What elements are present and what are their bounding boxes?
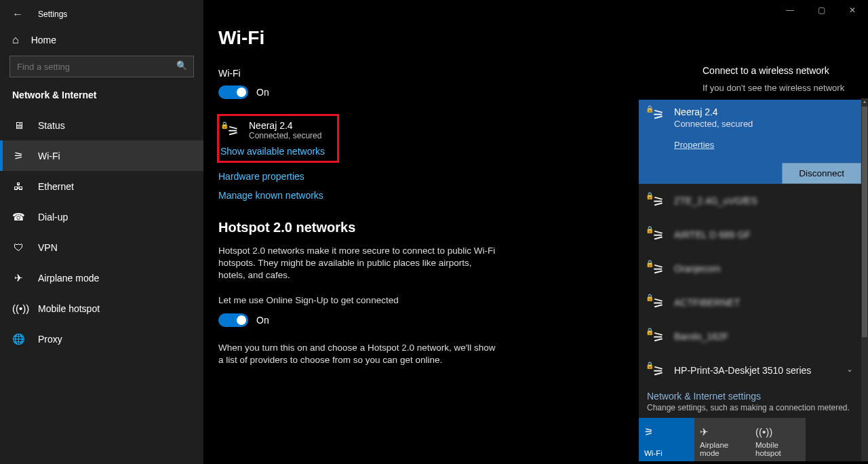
flyout-settings-title: Network & Internet settings bbox=[647, 391, 853, 402]
flyout-connected-info: Neeraj 2.4 Connected, secured Properties bbox=[674, 107, 753, 184]
tile-label: Wi-Fi bbox=[644, 449, 689, 457]
flyout-network-item[interactable]: 🔒⚞ ACTFIBERNET bbox=[639, 286, 861, 320]
sidebar-category: Network & Internet bbox=[0, 90, 203, 110]
flyout-scrollbar[interactable] bbox=[861, 98, 868, 461]
sidebar-item-label: Wi-Fi bbox=[38, 151, 60, 161]
wifi-secured-icon: 🔒⚞ bbox=[647, 261, 665, 276]
flyout-connected-name: Neeraj 2.4 bbox=[674, 107, 753, 117]
signup-toggle[interactable] bbox=[218, 313, 248, 327]
connected-network-status: Connected, secured bbox=[249, 131, 321, 140]
vpn-icon: 🛡 bbox=[12, 241, 24, 253]
flyout-network-name: AIRTEL D 689 GF bbox=[674, 229, 751, 240]
highlighted-region: 🔒⚞ Neeraj 2.4 Connected, secured Show av… bbox=[217, 114, 339, 163]
sidebar-nav: 🖥Status ⚞Wi-Fi 🖧Ethernet ☎Dial-up 🛡VPN ✈… bbox=[0, 110, 203, 464]
help-panel: Connect to a wireless network If you don… bbox=[703, 65, 852, 93]
sidebar-item-label: VPN bbox=[38, 242, 58, 253]
flyout-network-item[interactable]: 🔒⚞ ZTE_2.4G_uVGfES bbox=[639, 184, 861, 218]
flyout-settings-sub: Change settings, such as making a connec… bbox=[647, 403, 853, 412]
flyout-network-name: HP-Print-3A-Deskjet 3510 series bbox=[674, 365, 811, 376]
flyout-properties-link[interactable]: Properties bbox=[674, 140, 714, 150]
airplane-icon: ✈ bbox=[12, 272, 24, 284]
network-flyout: 🔒⚞ Neeraj 2.4 Connected, secured Propert… bbox=[639, 100, 861, 461]
sidebar-item-label: Mobile hotspot bbox=[38, 303, 100, 314]
minimize-button[interactable]: — bbox=[774, 0, 806, 20]
wifi-secured-icon: 🔒⚞ bbox=[647, 227, 665, 242]
proxy-icon: 🌐 bbox=[12, 333, 24, 345]
page-title: Wi-Fi bbox=[218, 27, 868, 49]
sidebar-item-label: Airplane mode bbox=[38, 273, 99, 284]
tile-wifi[interactable]: ⚞ Wi-Fi bbox=[639, 418, 694, 461]
close-button[interactable]: ✕ bbox=[837, 0, 868, 20]
flyout-network-item[interactable]: 🔒⚞ Oranjecom bbox=[639, 252, 861, 286]
sidebar-item-label: Dial-up bbox=[38, 212, 68, 223]
wifi-secured-icon: 🔒⚞ bbox=[647, 295, 665, 310]
home-label: Home bbox=[31, 35, 56, 45]
sidebar-item-hotspot[interactable]: ((•))Mobile hotspot bbox=[0, 293, 203, 324]
flyout-connected-status: Connected, secured bbox=[674, 119, 753, 129]
status-icon: 🖥 bbox=[12, 119, 24, 131]
titlebar-left: ← Settings bbox=[0, 0, 203, 27]
sidebar-item-proxy[interactable]: 🌐Proxy bbox=[0, 324, 203, 354]
main-content: — ▢ ✕ Wi-Fi Wi-Fi On 🔒⚞ Neeraj 2.4 Conne… bbox=[203, 0, 868, 464]
show-available-networks-link[interactable]: Show available networks bbox=[220, 146, 330, 157]
ethernet-icon: 🖧 bbox=[12, 180, 24, 192]
app-title: Settings bbox=[38, 9, 67, 19]
hotspot-icon: ((•)) bbox=[755, 422, 800, 438]
wifi-secured-icon: 🔒⚞ bbox=[647, 363, 665, 378]
sidebar-item-airplane[interactable]: ✈Airplane mode bbox=[0, 263, 203, 293]
dialup-icon: ☎ bbox=[12, 211, 24, 223]
sidebar-item-status[interactable]: 🖥Status bbox=[0, 110, 203, 140]
sidebar-item-label: Status bbox=[38, 120, 65, 131]
flyout-network-item[interactable]: 🔒⚞ HP-Print-3A-Deskjet 3510 series bbox=[639, 353, 861, 387]
sidebar: ← Settings ⌂ Home 🔍 Network & Internet 🖥… bbox=[0, 0, 203, 464]
signup-body: When you turn this on and choose a Hotsp… bbox=[218, 342, 496, 366]
hotspot-body: Hotspot 2.0 networks make it more secure… bbox=[218, 245, 496, 282]
tile-label: Airplane mode bbox=[700, 441, 745, 457]
hotspot-icon: ((•)) bbox=[12, 303, 24, 314]
flyout-network-name: ACTFIBERNET bbox=[674, 297, 740, 308]
flyout-quick-tiles: ⚞ Wi-Fi ✈ Airplane mode ((•)) Mobile hot… bbox=[639, 418, 861, 461]
flyout-network-item[interactable]: 🔒⚞ Barolo_162F bbox=[639, 320, 861, 353]
wifi-secured-icon: 🔒⚞ bbox=[647, 329, 665, 344]
flyout-network-list: 🔒⚞ ZTE_2.4G_uVGfES 🔒⚞ AIRTEL D 689 GF 🔒⚞… bbox=[639, 184, 861, 387]
sidebar-item-vpn[interactable]: 🛡VPN bbox=[0, 232, 203, 263]
home-icon: ⌂ bbox=[12, 34, 19, 46]
back-button[interactable]: ← bbox=[12, 8, 23, 20]
sidebar-home[interactable]: ⌂ Home bbox=[0, 27, 203, 56]
help-subtext: If you don't see the wireless network bbox=[703, 83, 852, 93]
sidebar-item-ethernet[interactable]: 🖧Ethernet bbox=[0, 171, 203, 201]
connected-network-name: Neeraj 2.4 bbox=[249, 120, 321, 131]
maximize-button[interactable]: ▢ bbox=[806, 0, 837, 20]
window-controls: — ▢ ✕ bbox=[774, 0, 868, 20]
wifi-icon: ⚞ bbox=[12, 150, 25, 162]
wifi-secured-icon: 🔒⚞ bbox=[647, 107, 665, 121]
disconnect-button[interactable]: Disconnect bbox=[782, 163, 861, 184]
wifi-toggle[interactable] bbox=[218, 85, 248, 99]
sidebar-item-label: Ethernet bbox=[38, 181, 74, 192]
wifi-icon: ⚞ bbox=[644, 422, 689, 438]
flyout-network-item[interactable]: 🔒⚞ AIRTEL D 689 GF bbox=[639, 218, 861, 252]
flyout-network-name: Barolo_162F bbox=[674, 331, 728, 342]
signup-label: Let me use Online Sign-Up to get connect… bbox=[218, 294, 496, 307]
wifi-toggle-state: On bbox=[256, 87, 269, 98]
sidebar-item-wifi[interactable]: ⚞Wi-Fi bbox=[0, 140, 203, 171]
wifi-secured-icon: 🔒⚞ bbox=[647, 193, 665, 208]
flyout-network-name: Oranjecom bbox=[674, 263, 720, 274]
signup-toggle-state: On bbox=[256, 315, 269, 326]
help-heading: Connect to a wireless network bbox=[703, 65, 852, 76]
sidebar-item-label: Proxy bbox=[38, 334, 62, 345]
flyout-network-name: ZTE_2.4G_uVGfES bbox=[674, 195, 757, 206]
flyout-connected-network[interactable]: 🔒⚞ Neeraj 2.4 Connected, secured Propert… bbox=[639, 100, 861, 184]
tile-airplane[interactable]: ✈ Airplane mode bbox=[694, 418, 750, 461]
search-container: 🔍 bbox=[0, 56, 203, 90]
tile-hotspot[interactable]: ((•)) Mobile hotspot bbox=[750, 418, 806, 461]
airplane-icon: ✈ bbox=[700, 422, 745, 438]
connected-network[interactable]: 🔒⚞ Neeraj 2.4 Connected, secured bbox=[219, 120, 330, 140]
tile-label: Mobile hotspot bbox=[755, 441, 800, 457]
wifi-secured-icon: 🔒⚞ bbox=[222, 123, 239, 138]
sidebar-item-dialup[interactable]: ☎Dial-up bbox=[0, 201, 203, 232]
flyout-settings-link[interactable]: Network & Internet settings Change setti… bbox=[639, 387, 861, 418]
connected-network-text: Neeraj 2.4 Connected, secured bbox=[249, 120, 321, 140]
search-input[interactable] bbox=[9, 56, 194, 77]
